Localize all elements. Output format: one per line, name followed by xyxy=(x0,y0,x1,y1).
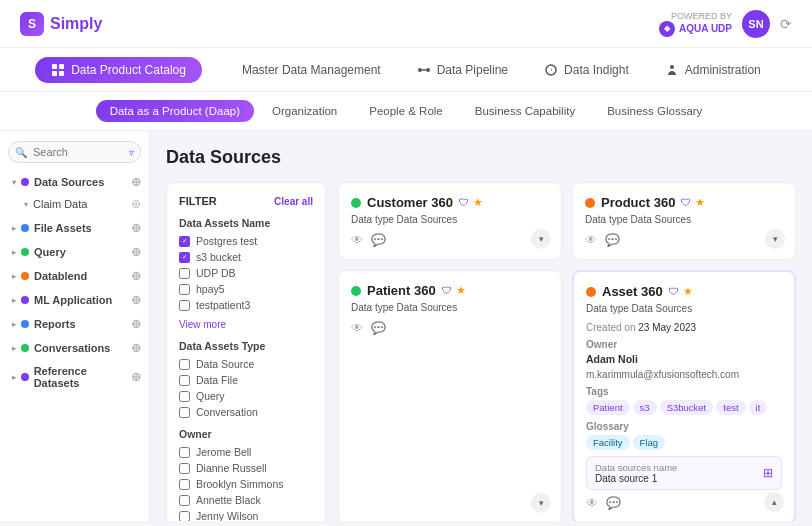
add-conversations-icon[interactable]: ⊕ xyxy=(131,341,141,355)
checkbox-jerome[interactable] xyxy=(179,447,190,458)
caret-right-icon: ▾ xyxy=(24,200,28,209)
add-datablend-icon[interactable]: ⊕ xyxy=(131,269,141,283)
search-input[interactable] xyxy=(8,141,141,163)
sidebar-item-reference-datasets[interactable]: ▸ Reference Datasets ⊕ xyxy=(0,361,149,393)
sub-nav-business-glossary[interactable]: Business Glossary xyxy=(593,100,716,122)
sub-nav-organization[interactable]: Organization xyxy=(258,100,351,122)
avatar[interactable]: SN xyxy=(742,10,770,38)
nav-item-data-product-catalog[interactable]: Data Product Catalog xyxy=(35,57,202,83)
filter-item-s3[interactable]: ✓ s3 bucket xyxy=(179,251,313,263)
checkbox-jenny[interactable] xyxy=(179,511,190,522)
checkbox-udp[interactable] xyxy=(179,268,190,279)
aqua-icon: ◈ xyxy=(659,21,675,37)
filter-item-brooklyn[interactable]: Brooklyn Simmons xyxy=(179,478,313,490)
eye-icon-a360[interactable]: 👁 xyxy=(586,496,598,510)
ds-label-asset-360: Data sources name xyxy=(595,462,677,473)
comment-icon-a360[interactable]: 💬 xyxy=(606,496,621,510)
view-more-data-assets[interactable]: View more xyxy=(179,319,226,330)
filter-item-conversation[interactable]: Conversation xyxy=(179,406,313,418)
sidebar-label-claim-data: Claim Data xyxy=(33,198,87,210)
filter-item-udp[interactable]: UDP DB xyxy=(179,267,313,279)
eye-icon-c360[interactable]: 👁 xyxy=(351,233,363,247)
sub-nav: Data as a Product (Daap) Organization Pe… xyxy=(0,92,812,131)
checkbox-dianne[interactable] xyxy=(179,463,190,474)
checkbox-brooklyn[interactable] xyxy=(179,479,190,490)
sidebar-item-reports[interactable]: ▸ Reports ⊕ xyxy=(0,313,149,335)
add-reports-icon[interactable]: ⊕ xyxy=(131,317,141,331)
filter-item-testpatient[interactable]: testpatient3 xyxy=(179,299,313,311)
sidebar-item-data-sources[interactable]: ▾ Data Sources ⊕ xyxy=(0,171,149,193)
filter-item-jenny[interactable]: Jenny Wilson xyxy=(179,510,313,521)
reports-dot-icon xyxy=(21,320,29,328)
owner-email-asset-360: m.karimmula@xfusionsoftech.com xyxy=(586,369,782,380)
main-content: Data Sources FILTER Clear all Data Asset… xyxy=(150,131,812,521)
gear-icon[interactable]: ⟳ xyxy=(780,16,792,32)
checkbox-data-source[interactable] xyxy=(179,359,190,370)
filter-item-hpay5[interactable]: hpay5 xyxy=(179,283,313,295)
nav-item-data-pipeline[interactable]: Data Pipeline xyxy=(401,57,524,83)
filter-item-data-file[interactable]: Data File xyxy=(179,374,313,386)
eye-icon-p360[interactable]: 👁 xyxy=(585,233,597,247)
expand-button-c360[interactable]: ▾ xyxy=(531,229,551,249)
nav-item-administration[interactable]: Administration xyxy=(649,57,777,83)
collapse-button-a360[interactable]: ▴ xyxy=(764,492,784,512)
add-claim-icon[interactable]: ⊕ xyxy=(131,197,141,211)
add-file-icon[interactable]: ⊕ xyxy=(131,221,141,235)
filter-section-owner: Owner xyxy=(179,428,313,440)
nav-item-data-indight[interactable]: Data Indight xyxy=(528,57,645,83)
add-icon[interactable]: ⊕ xyxy=(131,175,141,189)
card-title-asset-360: Asset 360 xyxy=(602,284,663,299)
comment-icon-pt360[interactable]: 💬 xyxy=(371,321,386,335)
body: 🔍 ▿ ▾ Data Sources ⊕ ▾ Claim Data ⊕ xyxy=(0,131,812,521)
nav-item-master-data[interactable]: Master Data Management xyxy=(206,57,397,83)
filter-item-jerome[interactable]: Jerome Bell xyxy=(179,446,313,458)
sidebar-item-claim-data[interactable]: ▾ Claim Data ⊕ xyxy=(0,193,149,215)
star-icon-a360: ★ xyxy=(683,285,693,298)
sidebar-item-file-assets[interactable]: ▸ File Assets ⊕ xyxy=(0,217,149,239)
checkbox-query[interactable] xyxy=(179,391,190,402)
star-icon-pt360: ★ xyxy=(456,284,466,297)
filter-item-dianne[interactable]: Dianne Russell xyxy=(179,462,313,474)
sidebar-section-query: ▸ Query ⊕ xyxy=(0,241,149,263)
filter-item-annette[interactable]: Annette Black xyxy=(179,494,313,506)
tags-row-asset-360: Patient s3 S3bucket test it xyxy=(586,400,782,415)
caret-right-icon-cv: ▸ xyxy=(12,344,16,353)
sidebar-label-reference-datasets: Reference Datasets xyxy=(34,365,131,389)
sidebar-item-ml-application[interactable]: ▸ ML Application ⊕ xyxy=(0,289,149,311)
sub-nav-daap[interactable]: Data as a Product (Daap) xyxy=(96,100,254,122)
sidebar-item-datablend[interactable]: ▸ Datablend ⊕ xyxy=(0,265,149,287)
sidebar-item-query[interactable]: ▸ Query ⊕ xyxy=(0,241,149,263)
filter-item-query[interactable]: Query xyxy=(179,390,313,402)
sidebar-item-conversations[interactable]: ▸ Conversations ⊕ xyxy=(0,337,149,359)
card-type-asset-360: Data type Data Sources xyxy=(586,303,782,314)
checkbox-testpatient[interactable] xyxy=(179,300,190,311)
checkbox-hpay5[interactable] xyxy=(179,284,190,295)
sub-nav-people-role[interactable]: People & Role xyxy=(355,100,457,122)
filter-item-data-source[interactable]: Data Source xyxy=(179,358,313,370)
checkbox-conversation[interactable] xyxy=(179,407,190,418)
card-patient-360: Patient 360 🛡 ★ Data type Data Sources 👁… xyxy=(338,270,562,521)
filter-section-data-assets-name: Data Assets Name xyxy=(179,217,313,229)
checkbox-data-file[interactable] xyxy=(179,375,190,386)
sidebar-section-datablend: ▸ Datablend ⊕ xyxy=(0,265,149,287)
comment-icon-p360[interactable]: 💬 xyxy=(605,233,620,247)
ds-value-asset-360: Data source 1 xyxy=(595,473,677,484)
expand-button-p360[interactable]: ▾ xyxy=(765,229,785,249)
svg-rect-3 xyxy=(59,71,64,76)
comment-icon-c360[interactable]: 💬 xyxy=(371,233,386,247)
add-ml-icon[interactable]: ⊕ xyxy=(131,293,141,307)
eye-icon-pt360[interactable]: 👁 xyxy=(351,321,363,335)
svg-rect-1 xyxy=(59,64,64,69)
filter-item-postgres[interactable]: ✓ Postgres test xyxy=(179,235,313,247)
query-dot-icon xyxy=(21,248,29,256)
checkbox-annette[interactable] xyxy=(179,495,190,506)
expand-button-pt360[interactable]: ▾ xyxy=(531,493,551,513)
caret-down-icon: ▾ xyxy=(12,178,16,187)
filter-icon[interactable]: ▿ xyxy=(129,147,134,158)
filter-section-data-assets-type: Data Assets Type xyxy=(179,340,313,352)
add-query-icon[interactable]: ⊕ xyxy=(131,245,141,259)
clear-all-button[interactable]: Clear all xyxy=(274,196,313,207)
sub-nav-business-capability[interactable]: Business Capability xyxy=(461,100,589,122)
add-reference-icon[interactable]: ⊕ xyxy=(131,370,141,384)
card-asset-360: Asset 360 🛡 ★ Data type Data Sources Cre… xyxy=(572,270,796,521)
